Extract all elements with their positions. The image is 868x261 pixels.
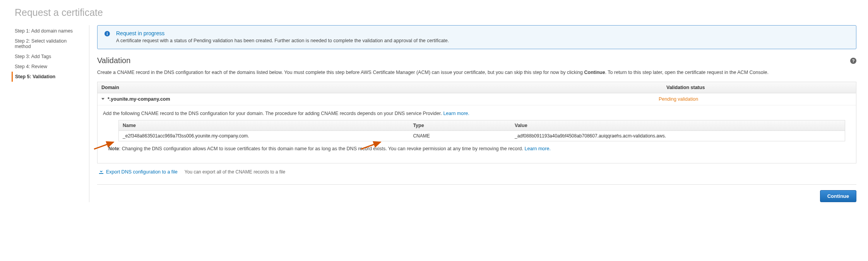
cname-value: _adf088b091193a40a9bf4508ab708607.auiqqr… [511, 131, 845, 141]
domain-row-detail: Add the following CNAME record to the DN… [98, 105, 856, 163]
col-header-name: Name [119, 120, 409, 130]
domain-row[interactable]: *.younite.my-company.com Pending validat… [98, 93, 856, 105]
domain-name: *.younite.my-company.com [108, 96, 659, 102]
vertical-divider [89, 25, 89, 202]
note-bold: Note [108, 146, 119, 151]
chevron-down-icon [101, 98, 104, 100]
intro-before: Create a CNAME record in the DNS configu… [97, 70, 584, 75]
detail-text: Add the following CNAME record to the DN… [103, 111, 443, 116]
svg-rect-1 [107, 33, 108, 35]
panel-header: Domain Validation status [98, 82, 856, 93]
intro-after: . To return to this step later, open the… [605, 70, 769, 75]
help-icon[interactable]: ? [850, 58, 856, 64]
sidebar-step-2[interactable]: Step 2: Select validation method [12, 36, 81, 52]
page-title: Request a certificate [15, 7, 856, 18]
sidebar-step-1[interactable]: Step 1: Add domain names [12, 26, 81, 36]
info-notice: Request in progress A certificate reques… [97, 25, 856, 49]
export-hint: You can export all of the CNAME records … [185, 169, 285, 175]
cname-type: CNAME [409, 131, 511, 141]
section-intro: Create a CNAME record in the DNS configu… [97, 69, 856, 76]
intro-bold: Continue [584, 70, 605, 75]
sidebar-step-4[interactable]: Step 4: Review [12, 62, 81, 72]
notice-title: Request in progress [116, 30, 449, 36]
info-icon [104, 30, 111, 37]
col-header-status: Validation status [663, 82, 856, 93]
download-icon [99, 169, 104, 175]
main-content: Request in progress A certificate reques… [97, 25, 856, 202]
note-text: : Changing the DNS configuration allows … [119, 146, 525, 151]
learn-more-link-1[interactable]: Learn more. [443, 111, 469, 116]
cname-name: _e2f348a863501acc969a7f3ss006.younite.my… [119, 131, 409, 141]
wizard-sidebar: Step 1: Add domain names Step 2: Select … [12, 25, 81, 202]
export-dns-link[interactable]: Export DNS configuration to a file [99, 169, 178, 175]
svg-rect-2 [107, 32, 108, 33]
continue-button[interactable]: Continue [820, 190, 856, 202]
cname-row: _e2f348a863501acc969a7f3ss006.younite.my… [119, 131, 845, 141]
col-header-type: Type [409, 120, 511, 130]
export-link-label: Export DNS configuration to a file [106, 169, 178, 175]
col-header-domain: Domain [98, 82, 663, 93]
notice-text: A certificate request with a status of P… [116, 38, 449, 43]
sidebar-step-5[interactable]: Step 5: Validation [12, 72, 81, 82]
domains-panel: Domain Validation status *.younite.my-co… [97, 82, 856, 163]
col-header-value: Value [511, 120, 845, 130]
validation-status: Pending validation [659, 96, 852, 102]
sidebar-step-3[interactable]: Step 3: Add Tags [12, 52, 81, 62]
section-title: Validation [97, 56, 130, 65]
cname-table: Name Type Value _e2f348a863501acc969a7f3… [118, 120, 845, 141]
learn-more-link-2[interactable]: Learn more. [525, 146, 551, 151]
